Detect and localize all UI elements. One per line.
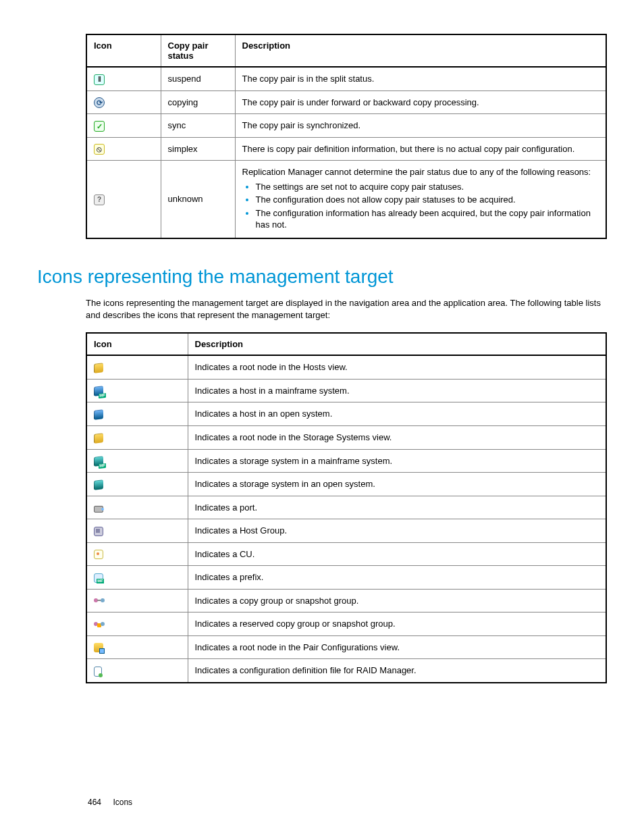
desc-cell: Indicates a CU. (188, 542, 606, 566)
desc-cell: Indicates a root node in the Hosts view. (188, 355, 606, 379)
table-header-row: Icon Description (86, 333, 606, 355)
table-row: Indicates a root node in the Storage Sys… (86, 426, 606, 450)
desc-cell: The copy pair is synchronized. (235, 114, 606, 138)
table-row: Indicates a host in a mainframe system. (86, 379, 606, 402)
desc-cell: Indicates a reserved copy group or snaps… (188, 613, 606, 636)
desc-cell: Indicates a copy group or snapshot group… (188, 589, 606, 613)
table-row: copying The copy pair is under forward o… (86, 90, 606, 114)
config-file-icon (94, 667, 102, 677)
desc-cell: Indicates a storage system in an open sy… (188, 473, 606, 496)
table-row: unknown Replication Manager cannot deter… (86, 161, 606, 238)
table-row: Indicates a Host Group. (86, 519, 606, 543)
desc-cell: Indicates a port. (188, 496, 606, 519)
desc-cell: The copy pair is in the split status. (235, 67, 606, 90)
desc-cell: Indicates a Host Group. (188, 519, 606, 543)
table-row: sync The copy pair is synchronized. (86, 114, 606, 138)
table-row: Indicates a storage system in an open sy… (86, 473, 606, 496)
page-number: 464 (88, 798, 101, 807)
reason-item: The configuration does not allow copy pa… (256, 194, 599, 206)
desc-cell: Indicates a prefix. (188, 566, 606, 590)
desc-cell: The copy pair is under forward or backwa… (235, 90, 606, 114)
desc-cell: Indicates a storage system in a mainfram… (188, 449, 606, 473)
copy-pair-status-table: Icon Copy pair status Description suspen… (86, 34, 607, 239)
storage-open-icon (94, 479, 103, 490)
status-cell: unknown (161, 161, 235, 238)
prefix-icon (94, 573, 103, 583)
status-cell: copying (161, 90, 235, 114)
hosts-root-icon (94, 363, 103, 373)
reserved-copy-group-icon (94, 621, 105, 629)
table-row: suspend The copy pair is in the split st… (86, 67, 606, 90)
copy-group-icon (94, 597, 105, 605)
section-heading: Icons representing the management target (37, 266, 607, 288)
sync-icon (94, 121, 105, 132)
desc-cell: Indicates a root node in the Pair Config… (188, 635, 606, 659)
col-desc: Description (188, 333, 606, 355)
unknown-icon (94, 194, 105, 205)
table-row: Indicates a CU. (86, 542, 606, 566)
reason-item: The configuration information has alread… (256, 207, 599, 231)
col-icon: Icon (86, 333, 188, 355)
table-row: Indicates a storage system in a mainfram… (86, 449, 606, 473)
desc-cell: Indicates a root node in the Storage Sys… (188, 426, 606, 450)
pair-config-root-icon (94, 643, 103, 652)
reason-item: The settings are set not to acquire copy… (256, 181, 599, 193)
status-cell: simplex (161, 137, 235, 161)
unknown-intro: Replication Manager cannot determine the… (242, 166, 599, 178)
col-desc: Description (235, 34, 606, 67)
desc-cell: Indicates a host in an open system. (188, 402, 606, 426)
unknown-reasons-list: The settings are set not to acquire copy… (242, 181, 599, 231)
copying-icon (94, 97, 105, 108)
status-cell: sync (161, 114, 235, 138)
desc-cell: Replication Manager cannot determine the… (235, 161, 606, 238)
section-intro: The icons representing the management ta… (86, 297, 607, 321)
management-target-table: Icon Description Indicates a root node i… (86, 332, 607, 683)
cu-icon (94, 550, 103, 559)
desc-cell: Indicates a configuration definition fil… (188, 659, 606, 683)
col-status: Copy pair status (161, 34, 235, 67)
desc-cell: Indicates a host in a mainframe system. (188, 379, 606, 402)
storage-mainframe-icon (94, 456, 103, 466)
storage-root-icon (94, 433, 103, 443)
footer-section: Icons (113, 798, 132, 807)
page-footer: 464 Icons (88, 798, 132, 807)
port-icon (94, 506, 103, 513)
table-row: Indicates a reserved copy group or snaps… (86, 613, 606, 636)
table-row: Indicates a root node in the Hosts view. (86, 355, 606, 379)
table-row: Indicates a prefix. (86, 566, 606, 590)
table-row: Indicates a port. (86, 496, 606, 519)
desc-cell: There is copy pair definition informatio… (235, 137, 606, 161)
table-row: Indicates a host in an open system. (86, 402, 606, 426)
host-group-icon (94, 527, 103, 536)
suspend-icon (94, 74, 105, 85)
table-row: simplex There is copy pair definition in… (86, 137, 606, 161)
status-cell: suspend (161, 67, 235, 90)
table-header-row: Icon Copy pair status Description (86, 34, 606, 67)
host-mainframe-icon (94, 386, 103, 396)
col-icon: Icon (86, 34, 161, 67)
table-row: Indicates a root node in the Pair Config… (86, 635, 606, 659)
table-row: Indicates a copy group or snapshot group… (86, 589, 606, 613)
table-row: Indicates a configuration definition fil… (86, 659, 606, 683)
simplex-icon (94, 144, 105, 155)
host-open-icon (94, 409, 103, 419)
